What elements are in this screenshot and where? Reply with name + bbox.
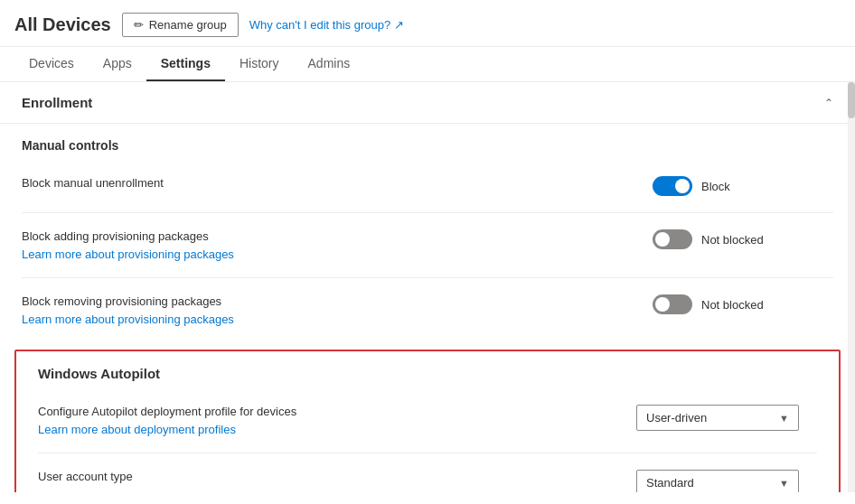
block-adding-link[interactable]: Learn more about provisioning packages [22, 247, 234, 261]
manual-controls-section: Manual controls Block manual unenrollmen… [0, 124, 855, 350]
scrollbar-thumb[interactable] [848, 82, 855, 118]
deployment-profile-value: User-driven [646, 411, 707, 425]
tab-devices[interactable]: Devices [14, 47, 89, 81]
user-account-type-label: User account type [38, 470, 636, 483]
toggle-thumb [655, 297, 670, 312]
page-header: All Devices ✏ Rename group Why can't I e… [0, 0, 855, 47]
block-removing-left: Block removing provisioning packages Lea… [22, 294, 653, 326]
manual-controls-title: Manual controls [22, 138, 833, 153]
block-removing-toggle-label: Not blocked [701, 298, 764, 312]
page-title: All Devices [14, 14, 111, 35]
user-account-type-right: Standard ▼ [636, 470, 817, 492]
nav-tabs: Devices Apps Settings History Admins [0, 47, 855, 82]
enrollment-title: Enrollment [22, 95, 92, 110]
block-adding-toggle-label: Not blocked [701, 233, 764, 247]
block-adding-right: Not blocked [653, 229, 833, 249]
rename-group-button[interactable]: ✏ Rename group [122, 13, 239, 37]
tab-apps[interactable]: Apps [89, 47, 146, 81]
deployment-profile-dropdown[interactable]: User-driven ▼ [636, 405, 799, 431]
block-removing-right: Not blocked [653, 294, 833, 314]
deployment-profile-row: Configure Autopilot deployment profile f… [38, 396, 817, 445]
toggle-thumb [675, 179, 690, 193]
divider-3 [38, 453, 817, 453]
block-manual-left: Block manual unenrollment [22, 176, 653, 193]
user-account-type-row: User account type Standard ▼ [38, 461, 817, 492]
autopilot-section: Windows Autopilot Configure Autopilot de… [14, 350, 841, 492]
block-manual-label: Block manual unenrollment [22, 176, 653, 190]
block-adding-label: Block adding provisioning packages [22, 229, 653, 243]
why-cant-edit-text: Why can't I edit this group? [249, 18, 390, 32]
why-cant-edit-link[interactable]: Why can't I edit this group? ↗ [249, 18, 404, 32]
dropdown-arrow-icon: ▼ [779, 413, 789, 424]
rename-group-label: Rename group [149, 18, 227, 32]
pencil-icon: ✏ [134, 18, 144, 32]
block-adding-row: Block adding provisioning packages Learn… [22, 220, 833, 270]
content-area: Enrollment ⌃ Manual controls Block manua… [0, 82, 855, 492]
block-removing-link[interactable]: Learn more about provisioning packages [22, 313, 234, 326]
block-manual-toggle[interactable] [653, 176, 692, 196]
tab-settings[interactable]: Settings [146, 47, 225, 81]
block-removing-row: Block removing provisioning packages Lea… [22, 285, 833, 335]
divider-1 [22, 212, 833, 213]
external-link-icon: ↗ [394, 18, 404, 32]
block-manual-toggle-label: Block [701, 180, 730, 193]
toggle-thumb [655, 232, 670, 247]
block-removing-toggle[interactable] [653, 294, 692, 314]
user-account-type-value: Standard [646, 476, 694, 490]
tab-admins[interactable]: Admins [294, 47, 365, 81]
user-account-type-left: User account type [38, 470, 636, 487]
block-adding-left: Block adding provisioning packages Learn… [22, 229, 653, 261]
user-account-type-dropdown[interactable]: Standard ▼ [636, 470, 799, 492]
block-adding-toggle[interactable] [653, 229, 692, 249]
deployment-profile-label: Configure Autopilot deployment profile f… [38, 405, 636, 418]
autopilot-title: Windows Autopilot [38, 366, 817, 381]
deployment-profile-link[interactable]: Learn more about deployment profiles [38, 423, 236, 436]
divider-2 [22, 277, 833, 278]
scrollbar-track[interactable] [848, 82, 855, 492]
dropdown-arrow-2-icon: ▼ [779, 478, 789, 489]
tab-history[interactable]: History [225, 47, 294, 81]
block-manual-row: Block manual unenrollment Block [22, 167, 833, 205]
deployment-profile-left: Configure Autopilot deployment profile f… [38, 405, 636, 436]
enrollment-section-header[interactable]: Enrollment ⌃ [0, 82, 855, 124]
chevron-up-icon: ⌃ [824, 97, 833, 109]
block-removing-label: Block removing provisioning packages [22, 294, 653, 308]
deployment-profile-right: User-driven ▼ [636, 405, 817, 431]
block-manual-right: Block [653, 176, 833, 196]
